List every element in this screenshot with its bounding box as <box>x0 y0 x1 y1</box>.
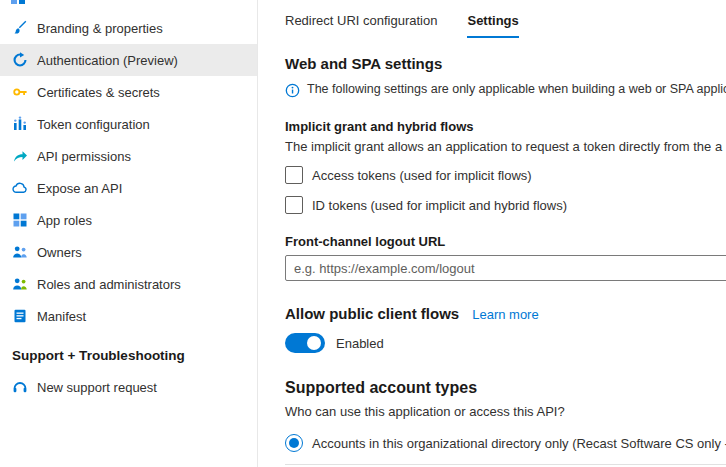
info-banner: The following settings are only applicab… <box>285 82 726 101</box>
public-client-toggle[interactable] <box>285 333 325 353</box>
sidebar-item-app-roles[interactable]: App roles <box>0 204 257 236</box>
sidebar-item-label: Branding & properties <box>37 21 163 36</box>
account-types-question: Who can use this application or access t… <box>285 404 726 419</box>
people-icon <box>12 244 28 260</box>
sidebar-item-label: Roles and administrators <box>37 277 181 292</box>
single-tenant-radio-row: Accounts in this organizational director… <box>285 434 726 452</box>
sidebar-item-branding-properties[interactable]: Branding & properties <box>0 12 257 44</box>
authentication-refresh-icon <box>12 52 28 68</box>
front-channel-logout-input[interactable] <box>285 255 726 281</box>
tab-redirect-uri-configuration[interactable]: Redirect URI configuration <box>285 13 437 38</box>
tab-bar: Redirect URI configuration Settings <box>285 13 726 38</box>
grid-icon <box>12 212 28 228</box>
info-text: The following settings are only applicab… <box>307 82 726 96</box>
id-tokens-checkbox-row: ID tokens (used for implicit and hybrid … <box>285 196 726 214</box>
public-client-toggle-row: Enabled <box>285 333 726 353</box>
partial-scrolled-icon <box>11 0 25 7</box>
sidebar-item-label: API permissions <box>37 149 131 164</box>
sidebar-item-owners[interactable]: Owners <box>0 236 257 268</box>
key-icon <box>12 84 28 100</box>
sidebar-item-authentication[interactable]: Authentication (Preview) <box>0 44 257 76</box>
access-tokens-checkbox-row: Access tokens (used for implicit flows) <box>285 166 726 184</box>
sidebar-item-api-permissions[interactable]: API permissions <box>0 140 257 172</box>
sidebar-item-expose-an-api[interactable]: Expose an API <box>0 172 257 204</box>
web-spa-settings-heading: Web and SPA settings <box>285 55 726 72</box>
api-arrow-icon <box>12 148 28 164</box>
sidebar-item-label: Token configuration <box>37 117 150 132</box>
sidebar-item-label: App roles <box>37 213 92 228</box>
cloud-icon <box>12 180 28 196</box>
sidebar-item-label: Owners <box>37 245 82 260</box>
sidebar-item-manifest[interactable]: Manifest <box>0 300 257 332</box>
sidebar-item-new-support-request[interactable]: New support request <box>0 371 257 403</box>
id-tokens-label: ID tokens (used for implicit and hybrid … <box>312 198 567 213</box>
info-icon <box>285 83 300 101</box>
implicit-grant-heading: Implicit grant and hybrid flows <box>285 119 726 134</box>
sidebar-section-heading: Support + Troubleshooting <box>12 348 257 363</box>
document-icon <box>12 308 28 324</box>
sidebar-item-roles-administrators[interactable]: Roles and administrators <box>0 268 257 300</box>
app-registration-sidebar: Branding & properties Authentication (Pr… <box>0 0 258 467</box>
headset-icon <box>12 379 28 395</box>
allow-public-client-flows-heading: Allow public client flows <box>285 305 459 322</box>
implicit-grant-description: The implicit grant allows an application… <box>285 139 726 154</box>
sidebar-item-label: Expose an API <box>37 181 122 196</box>
toggle-knob <box>307 336 321 350</box>
token-bars-icon <box>12 116 28 132</box>
sidebar-item-certificates-secrets[interactable]: Certificates & secrets <box>0 76 257 108</box>
tab-settings[interactable]: Settings <box>467 13 518 38</box>
sidebar-item-label: New support request <box>37 380 157 395</box>
supported-account-types-heading: Supported account types <box>285 379 726 397</box>
sidebar-item-label: Certificates & secrets <box>37 85 160 100</box>
single-tenant-radio[interactable] <box>285 434 303 452</box>
front-channel-logout-label: Front-channel logout URL <box>285 234 726 249</box>
sidebar-item-label: Authentication (Preview) <box>37 53 178 68</box>
public-client-flows-row: Allow public client flows Learn more <box>285 305 726 322</box>
single-tenant-label: Accounts in this organizational director… <box>312 436 726 451</box>
access-tokens-label: Access tokens (used for implicit flows) <box>312 168 532 183</box>
learn-more-link[interactable]: Learn more <box>472 307 538 322</box>
paintbrush-icon <box>12 20 28 36</box>
authentication-settings-pane: Redirect URI configuration Settings Web … <box>258 0 726 467</box>
sidebar-item-label: Manifest <box>37 309 86 324</box>
sidebar-item-token-configuration[interactable]: Token configuration <box>0 108 257 140</box>
access-tokens-checkbox[interactable] <box>285 166 303 184</box>
id-tokens-checkbox[interactable] <box>285 196 303 214</box>
section-divider <box>285 464 726 465</box>
people-roles-icon <box>12 276 28 292</box>
toggle-state-label: Enabled <box>336 336 384 351</box>
